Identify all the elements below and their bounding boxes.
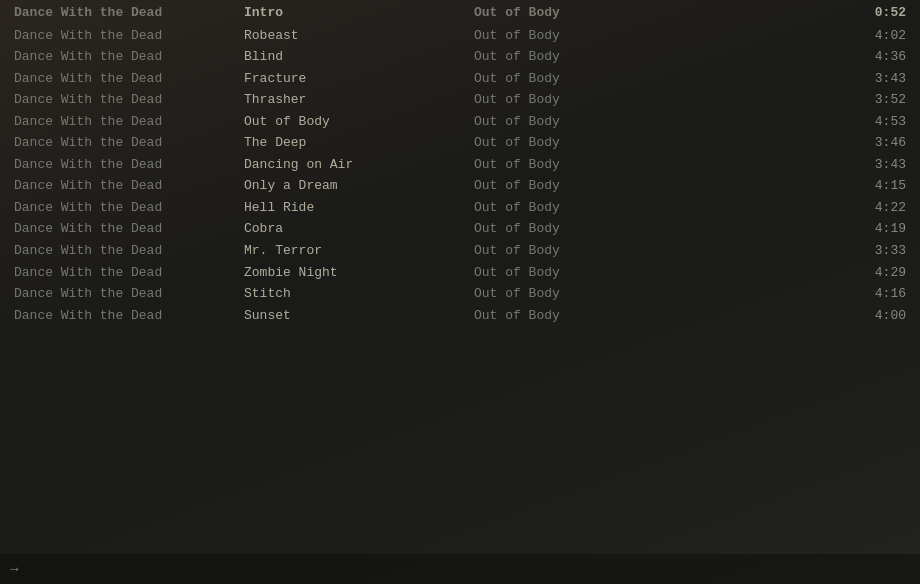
track-artist: Dance With the Dead — [14, 70, 244, 88]
track-duration: 4:53 — [704, 113, 906, 131]
header-title: Intro — [244, 4, 474, 22]
track-album: Out of Body — [474, 156, 704, 174]
track-title: Cobra — [244, 220, 474, 238]
track-artist: Dance With the Dead — [14, 307, 244, 325]
track-album: Out of Body — [474, 91, 704, 109]
track-duration: 4:15 — [704, 177, 906, 195]
track-title: Blind — [244, 48, 474, 66]
track-duration: 4:19 — [704, 220, 906, 238]
track-album: Out of Body — [474, 177, 704, 195]
track-title: Stitch — [244, 285, 474, 303]
track-duration: 4:22 — [704, 199, 906, 217]
table-row[interactable]: Dance With the DeadDancing on AirOut of … — [0, 154, 920, 176]
track-artist: Dance With the Dead — [14, 220, 244, 238]
track-artist: Dance With the Dead — [14, 285, 244, 303]
header-duration: 0:52 — [704, 4, 906, 22]
table-row[interactable]: Dance With the DeadBlindOut of Body4:36 — [0, 46, 920, 68]
table-row[interactable]: Dance With the DeadOut of BodyOut of Bod… — [0, 111, 920, 133]
track-title: Dancing on Air — [244, 156, 474, 174]
table-row[interactable]: Dance With the DeadZombie NightOut of Bo… — [0, 262, 920, 284]
track-title: The Deep — [244, 134, 474, 152]
track-album: Out of Body — [474, 242, 704, 260]
track-duration: 3:43 — [704, 70, 906, 88]
track-title: Out of Body — [244, 113, 474, 131]
track-album: Out of Body — [474, 264, 704, 282]
track-album: Out of Body — [474, 285, 704, 303]
table-row[interactable]: Dance With the DeadFractureOut of Body3:… — [0, 68, 920, 90]
arrow-icon: → — [10, 561, 18, 577]
track-list-header: Dance With the Dead Intro Out of Body 0:… — [0, 0, 920, 25]
table-row[interactable]: Dance With the DeadMr. TerrorOut of Body… — [0, 240, 920, 262]
table-row[interactable]: Dance With the DeadSunsetOut of Body4:00 — [0, 305, 920, 327]
table-row[interactable]: Dance With the DeadRobeastOut of Body4:0… — [0, 25, 920, 47]
track-album: Out of Body — [474, 134, 704, 152]
track-duration: 4:00 — [704, 307, 906, 325]
track-title: Sunset — [244, 307, 474, 325]
track-duration: 4:02 — [704, 27, 906, 45]
track-artist: Dance With the Dead — [14, 199, 244, 217]
track-artist: Dance With the Dead — [14, 156, 244, 174]
track-duration: 4:36 — [704, 48, 906, 66]
track-album: Out of Body — [474, 113, 704, 131]
track-album: Out of Body — [474, 48, 704, 66]
table-row[interactable]: Dance With the DeadStitchOut of Body4:16 — [0, 283, 920, 305]
table-row[interactable]: Dance With the DeadOnly a DreamOut of Bo… — [0, 175, 920, 197]
track-title: Hell Ride — [244, 199, 474, 217]
track-title: Thrasher — [244, 91, 474, 109]
track-album: Out of Body — [474, 307, 704, 325]
track-duration: 4:16 — [704, 285, 906, 303]
track-artist: Dance With the Dead — [14, 242, 244, 260]
track-album: Out of Body — [474, 220, 704, 238]
track-artist: Dance With the Dead — [14, 264, 244, 282]
track-duration: 3:46 — [704, 134, 906, 152]
table-row[interactable]: Dance With the DeadThe DeepOut of Body3:… — [0, 132, 920, 154]
table-row[interactable]: Dance With the DeadCobraOut of Body4:19 — [0, 218, 920, 240]
track-duration: 3:52 — [704, 91, 906, 109]
track-title: Fracture — [244, 70, 474, 88]
track-artist: Dance With the Dead — [14, 48, 244, 66]
header-artist: Dance With the Dead — [14, 4, 244, 22]
track-artist: Dance With the Dead — [14, 134, 244, 152]
header-album: Out of Body — [474, 4, 704, 22]
bottom-bar: → — [0, 554, 920, 584]
track-list: Dance With the Dead Intro Out of Body 0:… — [0, 0, 920, 326]
track-artist: Dance With the Dead — [14, 91, 244, 109]
track-title: Zombie Night — [244, 264, 474, 282]
track-album: Out of Body — [474, 199, 704, 217]
table-row[interactable]: Dance With the DeadHell RideOut of Body4… — [0, 197, 920, 219]
track-duration: 4:29 — [704, 264, 906, 282]
track-title: Only a Dream — [244, 177, 474, 195]
track-duration: 3:43 — [704, 156, 906, 174]
track-artist: Dance With the Dead — [14, 113, 244, 131]
track-artist: Dance With the Dead — [14, 27, 244, 45]
track-artist: Dance With the Dead — [14, 177, 244, 195]
track-album: Out of Body — [474, 70, 704, 88]
table-row[interactable]: Dance With the DeadThrasherOut of Body3:… — [0, 89, 920, 111]
track-duration: 3:33 — [704, 242, 906, 260]
track-album: Out of Body — [474, 27, 704, 45]
track-title: Robeast — [244, 27, 474, 45]
track-title: Mr. Terror — [244, 242, 474, 260]
